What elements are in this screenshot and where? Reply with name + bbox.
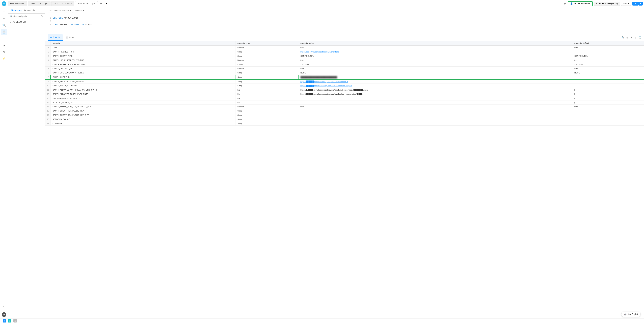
nav-data-icon[interactable]: 🗃 [1, 36, 7, 42]
property-type-cell: Boolean [235, 58, 298, 62]
nav-worksheet-icon[interactable]: 📄 [1, 29, 7, 35]
exchange-icon[interactable]: ⇄ [564, 2, 566, 5]
table-body: 1ENABLEDBooleantruefalse2OAUTH_REDIRECT_… [45, 46, 644, 126]
property-default-cell [572, 122, 644, 126]
expand-icon[interactable]: ⊡ [634, 36, 636, 39]
property-default-cell: [] [572, 88, 644, 92]
table-row: 6OAUTH_ENFORCE_PKCEBooleanfalsefalse [45, 66, 644, 71]
th-property-default[interactable]: property_default [572, 41, 644, 46]
property-default-cell: [] [572, 100, 644, 105]
property-cell: OAUTH_ISSUE_REFRESH_TOKENS [50, 58, 236, 62]
refresh-icon[interactable]: ↻ [41, 15, 43, 18]
avatar[interactable]: SK [2, 312, 6, 317]
tab-results[interactable]: ↩ Results [48, 34, 63, 40]
run-dropdown-button[interactable]: ▾ [639, 2, 643, 6]
row-num-cell: 13 [45, 96, 50, 100]
row-num-cell: 14 [45, 100, 50, 105]
property-type-cell: List [235, 96, 298, 100]
property-default-cell: false [572, 46, 644, 50]
property-default-cell: [] [572, 92, 644, 96]
property-cell: OAUTH_CLIENT_RSA_PUBLIC_KEY_2_FP [50, 113, 236, 117]
tab-new-worksheet[interactable]: New Worksheet [8, 1, 27, 6]
side-nav: ＋ ⌂ 🔍 📄 🗃 ☁ ↯ ⚡ 🛡 SK [0, 8, 8, 318]
nav-cloud-icon[interactable]: ☁ [1, 42, 7, 48]
database-tree: ▶ 🗃 DEMO_DB [8, 19, 45, 25]
property-default-cell: [] [572, 96, 644, 100]
content-toolbar: No Database selected ▾ Settings ▾ [45, 8, 644, 14]
nav-home-icon[interactable]: ⌂ [1, 16, 7, 22]
search-results-icon[interactable]: 🔍 [622, 36, 624, 39]
th-property-value[interactable]: property_value [298, 41, 572, 46]
row-num-cell: 18 [45, 117, 50, 122]
row-num-cell: 15 [45, 105, 50, 109]
search-input[interactable] [14, 15, 40, 18]
left-panel-tabs: Databases Worksheets [8, 8, 45, 14]
th-property[interactable]: property [50, 41, 236, 46]
row-num-cell: 2 [45, 50, 50, 54]
th-property-type[interactable]: property_type [235, 41, 298, 46]
property-type-cell: List [235, 92, 298, 96]
property-type-cell: String [235, 84, 298, 88]
property-type-cell: String [235, 54, 298, 58]
table-row: 4OAUTH_ISSUE_REFRESH_TOKENSBooleantruetr… [45, 58, 644, 62]
property-value-cell: https://██.███.snowflakecomputing.com/oa… [298, 92, 572, 96]
tab-dropdown-button[interactable]: ▾ [104, 1, 108, 6]
nav-add-icon[interactable]: ＋ [1, 9, 7, 15]
add-tab-button[interactable]: + [99, 1, 104, 6]
status-icon-s[interactable]: S [8, 319, 12, 322]
tab-2024-12-17[interactable]: 2024-12-17 4:27pm [75, 1, 98, 6]
nav-monitor-icon[interactable]: ⚡ [1, 56, 7, 62]
property-cell: BLOCKED_ROLES_LIST [50, 100, 236, 105]
sql-editor[interactable]: 1 USE ROLE ACCOUNTADMIN; 2 3 DESC SECURI… [45, 14, 644, 34]
property-value-cell[interactable]: https://app.skyvia.com/oauthcallback/sno… [298, 50, 572, 54]
settings-button[interactable]: Settings ▾ [75, 10, 84, 12]
table-row: 18NETWORK_POLICYString [45, 117, 644, 122]
property-value-cell: false [298, 105, 572, 109]
nav-search-icon[interactable]: 🔍 [1, 22, 7, 28]
property-cell: NETWORK_POLICY [50, 117, 236, 122]
property-value-cell: CONFIDENTIAL [298, 54, 572, 58]
copilot-button[interactable]: 🤖 Ask Copilot [621, 312, 641, 317]
property-value-cell [298, 117, 572, 122]
table-header-row: property property_type property_value pr… [45, 41, 644, 46]
nav-shield-icon[interactable]: 🛡 [1, 303, 7, 309]
accountadmin-button[interactable]: 👤 ACCOUNTADMIN [568, 1, 593, 6]
property-value-cell: true [298, 46, 572, 50]
table-row: 10OAUTH_TOKEN_ENDPOINTStringhttps://████… [45, 84, 644, 88]
run-button[interactable]: ▶ [632, 2, 639, 6]
share-button[interactable]: Share [621, 2, 631, 6]
nav-activity-icon[interactable]: ↯ [1, 49, 7, 55]
tab-2024-11-12[interactable]: 2024-11-12 3:01pm [28, 1, 50, 6]
table-row: 2OAUTH_REDIRECT_URIStringhttps://app.sky… [45, 50, 644, 54]
th-row-num [45, 41, 50, 46]
download-icon[interactable]: ⬇ [630, 36, 632, 39]
main-content: No Database selected ▾ Settings ▾ 1 USE … [45, 8, 644, 318]
property-cell: OAUTH_CLIENT_RSA_PUBLIC_KEY_FP [50, 109, 236, 113]
tab-worksheets[interactable]: Worksheets [23, 8, 36, 14]
results-actions: 🔍 ⊞ ⬇ ⊡ 🕐 [622, 36, 641, 39]
columns-icon[interactable]: ⊞ [626, 36, 628, 39]
tab-chart[interactable]: 📈 Chart [63, 34, 77, 40]
row-num-cell: 19 [45, 122, 50, 126]
table-row: 16OAUTH_CLIENT_RSA_PUBLIC_KEY_FPString [45, 109, 644, 113]
row-num-cell: 4 [45, 58, 50, 62]
table-row: 1ENABLEDBooleantruefalse [45, 46, 644, 50]
db-select-button[interactable]: No Database selected ▾ [48, 9, 73, 13]
tab-databases[interactable]: Databases [10, 8, 23, 14]
clock-icon[interactable]: 🕐 [638, 36, 641, 39]
property-cell: COMMENT [50, 122, 236, 126]
property-type-cell: Integer [235, 62, 298, 66]
property-value-cell: false [298, 66, 572, 71]
tab-2024-12-11[interactable]: 2024-12-11 2:37pm [52, 1, 74, 6]
results-table: property property_type property_value pr… [45, 41, 644, 126]
property-type-cell: List [235, 88, 298, 92]
property-value-cell[interactable]: https://██████.snowflakecomputing.com/oa… [298, 79, 572, 84]
status-icon-x[interactable]: X [14, 319, 17, 322]
compute-wh-button[interactable]: COMPUTE_WH (Small) [594, 2, 620, 6]
status-icon-t[interactable]: T [3, 319, 6, 322]
property-value-cell: 31622400 [298, 62, 572, 66]
property-value-cell[interactable]: https://██████.snowflakecomputing.com/oa… [298, 84, 572, 88]
db-item-demo[interactable]: ▶ 🗃 DEMO_DB [8, 20, 45, 24]
chevron-right-icon: ▶ [10, 21, 12, 23]
property-value-cell: ████████████████████████████ [298, 75, 572, 79]
